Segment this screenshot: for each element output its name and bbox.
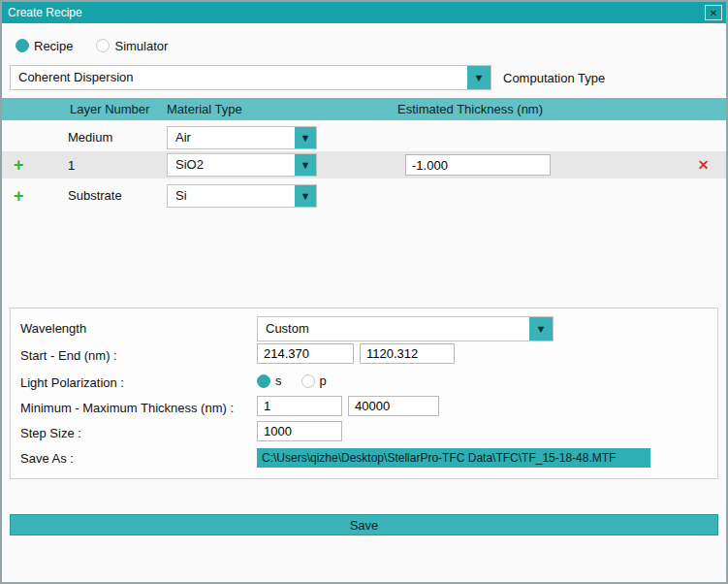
- material-select-medium[interactable]: Air ▼: [167, 126, 317, 149]
- dropdown-arrow-icon[interactable]: ▼: [295, 127, 316, 148]
- material-cell: Air ▼: [157, 124, 390, 150]
- dropdown-glyph: ▼: [474, 72, 485, 83]
- save-as-label: Save As :: [20, 451, 74, 466]
- material-cell: Si ▼: [157, 182, 390, 209]
- add-layer-button[interactable]: +: [14, 187, 24, 205]
- save-as-row: Save As : C:\Users\qizhe\Desktop\Stellar…: [20, 446, 708, 471]
- polarization-s-label: s: [275, 373, 282, 388]
- wavelength-value: Custom: [258, 317, 529, 341]
- dropdown-glyph: ▼: [301, 190, 311, 202]
- material-value: Air: [168, 127, 295, 148]
- dropdown-arrow-icon[interactable]: ▼: [295, 154, 316, 176]
- add-cell: +: [2, 151, 60, 178]
- save-as-path-field[interactable]: C:\Users\qizhe\Desktop\StellarPro-TFC Da…: [257, 448, 650, 468]
- polarization-s-radio[interactable]: [257, 374, 270, 388]
- header-estimated-thickness: Estimated Thickness (nm): [390, 98, 681, 120]
- range-start-input[interactable]: [257, 343, 354, 364]
- recipe-radio-label: Recipe: [34, 39, 73, 53]
- material-select-substrate[interactable]: Si ▼: [167, 184, 317, 208]
- dropdown-arrow-icon[interactable]: ▼: [529, 317, 553, 341]
- min-thickness-input[interactable]: [257, 396, 342, 416]
- delete-cell: [681, 182, 726, 209]
- wavelength-label: Wavelength: [20, 321, 86, 336]
- computation-type-label: Computation Type: [503, 71, 605, 85]
- thickness-cell: [390, 124, 681, 150]
- recipe-radio[interactable]: [16, 39, 29, 52]
- delete-layer-button[interactable]: ✕: [698, 158, 710, 172]
- delete-cell: ✕: [681, 151, 726, 178]
- dropdown-arrow-icon[interactable]: ▼: [295, 185, 316, 207]
- material-cell: SiO2 ▼: [157, 151, 390, 178]
- simulator-radio[interactable]: [96, 39, 110, 52]
- window-title: Create Recipe: [8, 6, 82, 19]
- delete-cell: [681, 124, 726, 150]
- layer-number-cell: Medium: [60, 124, 157, 150]
- polarization-options: s p: [257, 373, 327, 388]
- dropdown-glyph: ▼: [301, 159, 311, 171]
- wavelength-select[interactable]: Custom ▼: [257, 316, 554, 341]
- estimated-thickness-input[interactable]: [405, 154, 551, 176]
- thickness-cell: [390, 182, 681, 209]
- dropdown-glyph: ▼: [536, 323, 547, 335]
- polarization-p-label: p: [320, 373, 327, 388]
- mode-selector: Recipe Simulator: [16, 37, 168, 54]
- layers-table-header: Layer Number Material Type Estimated Thi…: [2, 98, 726, 120]
- thickness-range-row: Minimum - Maximum Thickness (nm) :: [20, 396, 708, 421]
- dropdown-arrow-icon[interactable]: ▼: [467, 66, 491, 89]
- dropdown-glyph: ▼: [301, 132, 311, 144]
- table-row-medium: Medium Air ▼: [2, 124, 726, 150]
- add-cell: +: [2, 182, 60, 209]
- polarization-row: Light Polarization : s p: [20, 371, 708, 396]
- range-end-input[interactable]: [360, 343, 455, 364]
- add-layer-button[interactable]: +: [14, 156, 24, 174]
- table-row-layer-1: + 1 SiO2 ▼ ✕: [2, 151, 726, 178]
- header-layer-number: Layer Number: [60, 98, 157, 120]
- simulator-radio-label: Simulator: [114, 39, 168, 53]
- computation-type-row: Coherent Dispersion ▼ Computation Type: [10, 65, 718, 90]
- titlebar: Create Recipe ✕: [2, 2, 726, 23]
- add-cell: [2, 124, 60, 150]
- material-select-layer-1[interactable]: SiO2 ▼: [167, 153, 317, 177]
- thickness-cell: [390, 151, 681, 178]
- computation-type-value: Coherent Dispersion: [11, 66, 467, 89]
- header-material-type: Material Type: [157, 98, 390, 120]
- step-size-row: Step Size :: [20, 421, 708, 446]
- thickness-range-label: Minimum - Maximum Thickness (nm) :: [20, 401, 234, 415]
- max-thickness-input[interactable]: [348, 396, 439, 416]
- range-row: Start - End (nm) :: [20, 343, 708, 369]
- create-recipe-dialog: Create Recipe ✕ Recipe Simulator Coheren…: [0, 0, 728, 584]
- polarization-p-radio[interactable]: [301, 374, 315, 388]
- table-row-substrate: + Substrate Si ▼: [2, 182, 726, 209]
- layer-number-cell: Substrate: [60, 182, 157, 209]
- step-size-label: Step Size :: [20, 426, 81, 440]
- header-add-column: [2, 98, 60, 120]
- save-button[interactable]: Save: [10, 514, 718, 535]
- range-label: Start - End (nm) :: [20, 348, 117, 363]
- header-delete-column: [681, 98, 726, 120]
- polarization-label: Light Polarization :: [20, 375, 124, 390]
- computation-type-select[interactable]: Coherent Dispersion ▼: [10, 65, 491, 90]
- material-value: SiO2: [168, 154, 295, 176]
- layer-number-cell: 1: [60, 151, 157, 178]
- step-size-input[interactable]: [257, 421, 342, 441]
- parameters-group: Wavelength Custom ▼ Start - End (nm) : L…: [10, 308, 718, 479]
- material-value: Si: [168, 185, 295, 207]
- close-button[interactable]: ✕: [705, 5, 722, 20]
- wavelength-row: Wavelength Custom ▼: [20, 316, 708, 341]
- close-icon: ✕: [710, 8, 717, 18]
